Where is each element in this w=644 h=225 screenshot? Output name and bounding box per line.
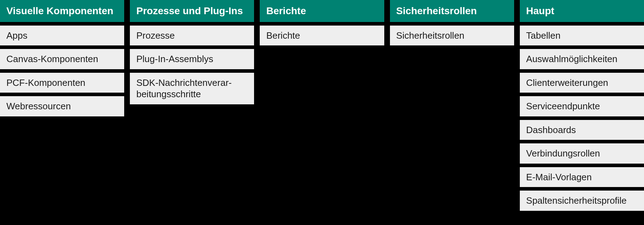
item-tabellen[interactable]: Tabellen [520, 26, 644, 49]
item-canvas-komponenten[interactable]: Canvas-Komponenten [0, 49, 124, 73]
column-haupt: Haupt Tabellen Auswahlmöglichkeiten Clie… [520, 0, 644, 214]
item-verbindungsrollen[interactable]: Verbindungsrollen [520, 143, 644, 167]
item-email-vorlagen[interactable]: E-Mail-Vorlagen [520, 167, 644, 191]
item-auswahlmoeglichkeiten[interactable]: Auswahlmöglichkeiten [520, 49, 644, 73]
item-dashboards[interactable]: Dashboards [520, 120, 644, 144]
column-header: Prozesse und Plug-Ins [130, 0, 254, 26]
item-spaltensicherheitsprofile[interactable]: Spaltensicherheitsprofile [520, 191, 644, 214]
item-sdk-nachrichten[interactable]: SDK-Nachrichtenverar­beitungsschritte [130, 73, 254, 108]
column-berichte: Berichte Berichte [260, 0, 384, 49]
column-sicherheitsrollen: Sicherheitsrollen Sicherheitsrollen [390, 0, 514, 49]
item-pcf-komponenten[interactable]: PCF-Komponenten [0, 73, 124, 97]
item-webressourcen[interactable]: Webressourcen [0, 96, 124, 120]
column-header: Haupt [520, 0, 644, 26]
item-berichte[interactable]: Berichte [260, 26, 384, 49]
item-apps[interactable]: Apps [0, 26, 124, 49]
item-plugin-assemblys[interactable]: Plug-In-Assemblys [130, 49, 254, 73]
column-prozesse-und-plugins: Prozesse und Plug-Ins Prozesse Plug-In-A… [130, 0, 254, 108]
column-header: Sicherheitsrollen [390, 0, 514, 26]
item-sicherheitsrollen[interactable]: Sicherheitsrollen [390, 26, 514, 49]
column-visuelle-komponenten: Visuelle Komponenten Apps Canvas-Kompone… [0, 0, 124, 120]
column-header: Berichte [260, 0, 384, 26]
item-serviceendpunkte[interactable]: Serviceendpunkte [520, 96, 644, 120]
item-prozesse[interactable]: Prozesse [130, 26, 254, 49]
item-clienterweiterungen[interactable]: Clienterweiterungen [520, 73, 644, 97]
column-header: Visuelle Komponenten [0, 0, 124, 26]
category-container: Visuelle Komponenten Apps Canvas-Kompone… [0, 0, 644, 225]
